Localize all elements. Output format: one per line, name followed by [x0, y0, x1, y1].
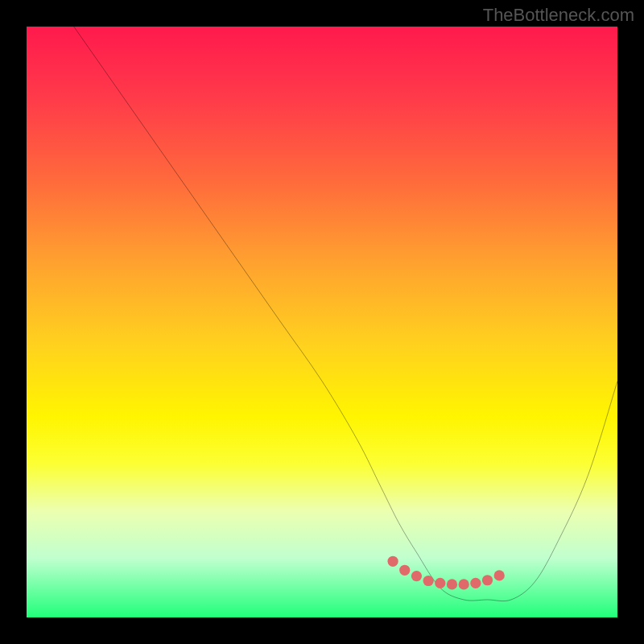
chart-svg — [27, 27, 617, 617]
bottleneck-curve — [74, 27, 617, 601]
highlight-dot — [459, 579, 469, 589]
highlight-dot — [411, 571, 422, 581]
plot-area — [27, 27, 617, 617]
highlight-dot — [470, 578, 481, 588]
highlight-dot — [447, 579, 457, 589]
watermark-text: TheBottleneck.com — [483, 5, 634, 26]
highlight-dot — [399, 565, 410, 576]
highlight-dot — [482, 575, 493, 585]
highlight-marker-group — [387, 556, 504, 590]
highlight-dot — [494, 570, 505, 580]
highlight-dot — [387, 556, 398, 567]
highlight-dot — [423, 576, 434, 586]
highlight-dot — [435, 578, 445, 588]
